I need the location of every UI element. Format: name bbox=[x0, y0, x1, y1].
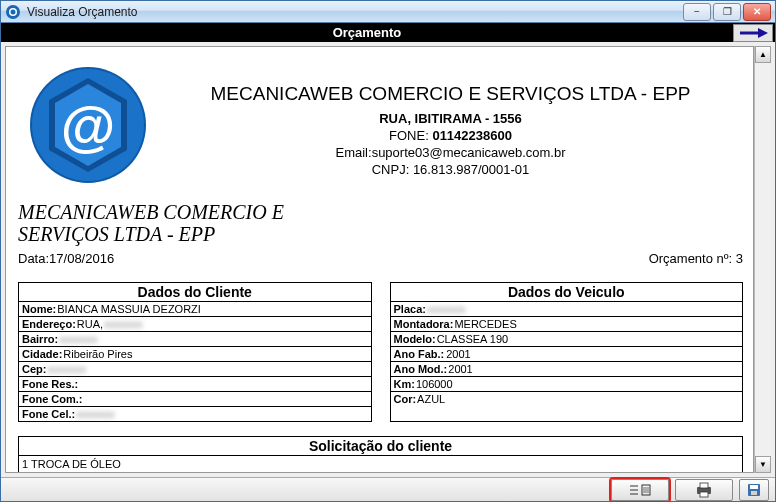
svg-rect-22 bbox=[751, 491, 757, 495]
header-title: Orçamento bbox=[1, 25, 733, 40]
vehicle-cor: Cor:AZUL bbox=[391, 392, 743, 418]
scroll-down-button[interactable]: ▼ bbox=[755, 456, 771, 473]
window-frame: Visualiza Orçamento − ❐ ✕ Orçamento bbox=[0, 0, 776, 502]
client-fone-cel: Fone Cel.:xxxxxxx bbox=[19, 407, 371, 421]
maximize-icon: ❐ bbox=[723, 6, 732, 17]
company-address: RUA, IBITIRAMA - 1556 bbox=[158, 111, 743, 126]
save-icon bbox=[746, 482, 762, 498]
svg-rect-18 bbox=[700, 483, 708, 488]
company-email: Email:suporte03@mecanicaweb.com.br bbox=[158, 145, 743, 160]
arrow-right-icon bbox=[738, 27, 768, 39]
quote-number: Orçamento nº: 3 bbox=[649, 251, 743, 266]
titlebar: Visualiza Orçamento − ❐ ✕ bbox=[1, 1, 775, 23]
company-italic-1: MECANICAWEB COMERCIO E bbox=[18, 201, 743, 223]
company-italic-2: SERVIÇOS LTDA - EPP bbox=[18, 223, 743, 245]
company-phone: FONE: 01142238600 bbox=[158, 128, 743, 143]
svg-rect-19 bbox=[700, 492, 708, 497]
next-arrow-button[interactable] bbox=[733, 24, 773, 42]
meta-row: Data:17/08/2016 Orçamento nº: 3 bbox=[18, 251, 743, 266]
tables-row: Dados do Cliente Nome:BIANCA MASSUIA DEZ… bbox=[18, 282, 743, 422]
printer-icon bbox=[694, 482, 714, 498]
client-endereco: Endereço:RUA,xxxxxxx bbox=[19, 317, 371, 332]
letterhead: @ MECANICAWEB COMERCIO E SERVIÇOS LTDA -… bbox=[18, 55, 743, 195]
company-block: MECANICAWEB COMERCIO E SERVIÇOS LTDA - E… bbox=[158, 55, 743, 177]
vehicle-modelo: Modelo:CLASSEA 190 bbox=[391, 332, 743, 347]
svg-point-2 bbox=[11, 9, 16, 14]
company-cnpj: CNPJ: 16.813.987/0001-01 bbox=[158, 162, 743, 177]
client-nome: Nome:BIANCA MASSUIA DEZORZI bbox=[19, 302, 371, 317]
maximize-button[interactable]: ❐ bbox=[713, 3, 741, 21]
solicitacao-wrap: Solicitação do cliente 1 TROCA DE ÓLEO bbox=[18, 436, 743, 472]
client-title: Dados do Cliente bbox=[19, 283, 371, 302]
vehicle-anofab: Ano Fab.: 2001 bbox=[391, 347, 743, 362]
company-logo: @ bbox=[18, 55, 158, 195]
vehicle-title: Dados do Veiculo bbox=[391, 283, 743, 302]
chevron-up-icon: ▲ bbox=[759, 50, 767, 59]
client-fone-res: Fone Res.: bbox=[19, 377, 371, 392]
app-icon bbox=[5, 4, 21, 20]
vehicle-montadora: Montadora:MERCEDES bbox=[391, 317, 743, 332]
header-bar: Orçamento bbox=[1, 23, 775, 42]
list-layout-icon bbox=[628, 483, 652, 497]
solicitacao-title: Solicitação do cliente bbox=[19, 437, 742, 456]
scroll-up-button[interactable]: ▲ bbox=[755, 46, 771, 63]
content-area: @ MECANICAWEB COMERCIO E SERVIÇOS LTDA -… bbox=[1, 42, 775, 477]
vertical-scrollbar[interactable]: ▲ ▼ bbox=[754, 46, 771, 473]
close-button[interactable]: ✕ bbox=[743, 3, 771, 21]
solicitacao-box: Solicitação do cliente 1 TROCA DE ÓLEO bbox=[18, 436, 743, 472]
close-icon: ✕ bbox=[753, 6, 761, 17]
chevron-down-icon: ▼ bbox=[759, 460, 767, 469]
client-cep: Cep:xxxxxxx bbox=[19, 362, 371, 377]
svg-marker-4 bbox=[758, 28, 768, 38]
export-button[interactable] bbox=[739, 479, 769, 501]
client-fone-com: Fone Com.: bbox=[19, 392, 371, 407]
date-field: Data:17/08/2016 bbox=[18, 251, 114, 266]
scroll-track[interactable] bbox=[755, 63, 771, 456]
bottom-toolbar bbox=[1, 477, 775, 501]
vehicle-anomod: Ano Mod.:2001 bbox=[391, 362, 743, 377]
minimize-icon: − bbox=[694, 6, 700, 17]
company-name: MECANICAWEB COMERCIO E SERVIÇOS LTDA - E… bbox=[158, 83, 743, 105]
client-cidade: Cidade:Ribeirão Pires bbox=[19, 347, 371, 362]
window-title: Visualiza Orçamento bbox=[27, 5, 683, 19]
print-button[interactable] bbox=[675, 479, 733, 501]
client-bairro: Bairro:xxxxxxx bbox=[19, 332, 371, 347]
svg-rect-21 bbox=[750, 485, 758, 489]
solicitacao-item-1: 1 TROCA DE ÓLEO bbox=[19, 456, 742, 472]
document-paper: @ MECANICAWEB COMERCIO E SERVIÇOS LTDA -… bbox=[5, 46, 754, 473]
vehicle-box: Dados do Veiculo Placa:xxxxxxx Montadora… bbox=[390, 282, 744, 422]
minimize-button[interactable]: − bbox=[683, 3, 711, 21]
svg-text:@: @ bbox=[61, 94, 116, 157]
client-box: Dados do Cliente Nome:BIANCA MASSUIA DEZ… bbox=[18, 282, 372, 422]
layout-button[interactable] bbox=[611, 479, 669, 501]
vehicle-placa: Placa:xxxxxxx bbox=[391, 302, 743, 317]
window-buttons: − ❐ ✕ bbox=[683, 3, 771, 21]
vehicle-km: Km:106000 bbox=[391, 377, 743, 392]
